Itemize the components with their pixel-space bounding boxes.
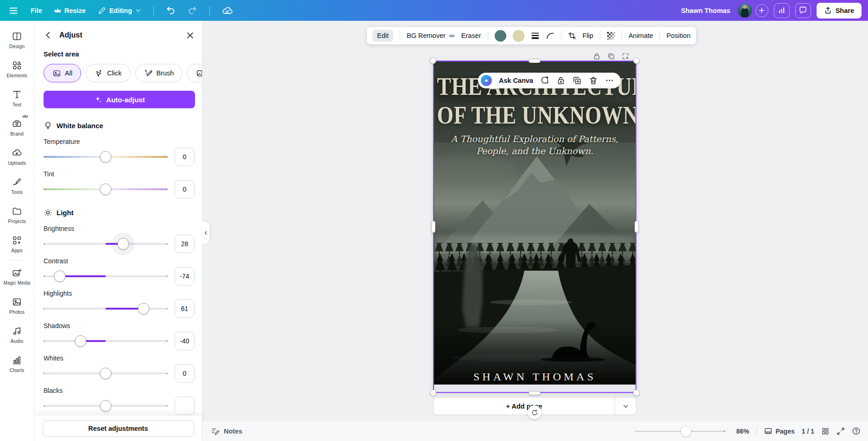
image-arrow-icon: [196, 69, 202, 78]
sidebar-item-elements[interactable]: Elements: [2, 55, 32, 84]
highlights-value[interactable]: 61: [175, 299, 195, 318]
animate-button[interactable]: Animate: [629, 32, 653, 39]
hamburger-menu-button[interactable]: [8, 6, 19, 16]
close-panel-button[interactable]: [186, 31, 195, 40]
sidebar-item-photos[interactable]: Photos: [2, 291, 32, 320]
position-button[interactable]: Position: [667, 32, 691, 39]
lock-icon[interactable]: [556, 76, 566, 85]
page-1[interactable]: THE ARCHITECTURE OF THE UNKNOWN A Though…: [433, 61, 636, 393]
undo-button[interactable]: [166, 6, 176, 15]
mode-click-button[interactable]: Click: [86, 64, 130, 82]
temperature-slider[interactable]: [44, 156, 168, 158]
editing-mode-dropdown[interactable]: Editing: [98, 6, 141, 15]
more-options-icon[interactable]: [605, 76, 614, 85]
grid-view-button[interactable]: [821, 427, 830, 435]
blacks-value[interactable]: [175, 397, 195, 415]
sidebar-item-magic-media[interactable]: Magic Media: [2, 262, 32, 291]
cover-photo[interactable]: THE ARCHITECTURE OF THE UNKNOWN A Though…: [434, 62, 635, 385]
zoom-level[interactable]: 86%: [736, 428, 749, 435]
tint-value[interactable]: 0: [175, 180, 195, 199]
avatar[interactable]: [738, 4, 752, 18]
lock-icon[interactable]: [593, 52, 601, 60]
resize-handle-bottom[interactable]: [528, 391, 541, 395]
zoom-slider[interactable]: [635, 431, 725, 432]
sidebar-item-design[interactable]: Design: [2, 25, 32, 55]
comment-add-icon[interactable]: [540, 76, 549, 85]
shadows-slider[interactable]: [44, 340, 168, 342]
sidebar-item-tools[interactable]: Tools: [2, 171, 32, 200]
resize-button[interactable]: Resize: [54, 7, 86, 14]
temperature-label: Temperature: [44, 138, 195, 146]
rotate-icon: [531, 409, 538, 416]
reset-adjustments-button[interactable]: Reset adjustments: [43, 420, 194, 437]
canvas-area[interactable]: Edit BG Remover Eraser Flip: [202, 21, 868, 421]
sidebar-item-uploads[interactable]: Uploads: [2, 142, 32, 171]
contrast-value[interactable]: -74: [175, 267, 195, 286]
sidebar-item-charts[interactable]: Charts: [2, 349, 32, 379]
crop-button[interactable]: [568, 31, 576, 40]
shadows-value[interactable]: -40: [175, 332, 195, 350]
create-design-button[interactable]: [755, 4, 768, 17]
resize-handle-right[interactable]: [635, 221, 639, 233]
ask-canva-button[interactable]: Ask Canva: [499, 77, 533, 84]
audio-icon: [12, 326, 22, 336]
resize-handle-top-right[interactable]: [633, 57, 640, 64]
tint-slider-row: 0: [44, 183, 195, 195]
color-swatch-teal[interactable]: [495, 30, 506, 42]
sidebar-item-projects[interactable]: Projects: [2, 200, 32, 230]
tint-label: Tint: [44, 170, 195, 178]
add-frame-icon[interactable]: [622, 52, 629, 60]
eraser-button[interactable]: Eraser: [461, 32, 481, 39]
collapse-panel-button[interactable]: [202, 221, 210, 244]
line-weight-button[interactable]: [531, 32, 540, 39]
mode-more-button[interactable]: [187, 64, 202, 82]
duplicate-icon[interactable]: [607, 52, 615, 60]
add-page-dropdown[interactable]: [615, 398, 636, 415]
redo-button[interactable]: [188, 6, 197, 15]
flip-button[interactable]: Flip: [583, 32, 593, 39]
cloud-save-status[interactable]: [222, 5, 233, 16]
fullscreen-button[interactable]: [837, 427, 845, 435]
insights-button[interactable]: [774, 3, 790, 18]
edit-tab[interactable]: Edit: [372, 30, 393, 42]
comments-button[interactable]: [795, 3, 811, 18]
whites-slider[interactable]: [44, 373, 168, 374]
sidebar-item-apps[interactable]: Apps: [2, 230, 32, 259]
sidebar-item-audio[interactable]: Audio: [2, 320, 32, 349]
trash-icon[interactable]: [589, 76, 598, 85]
blacks-slider[interactable]: [44, 405, 168, 407]
auto-adjust-button[interactable]: Auto-adjust: [44, 91, 195, 108]
brightness-slider[interactable]: [44, 243, 168, 245]
sidebar-item-brand[interactable]: Brand: [2, 113, 32, 142]
help-button[interactable]: [852, 427, 861, 435]
resize-handle-top-left[interactable]: [430, 57, 436, 64]
color-swatch-cream[interactable]: [513, 30, 524, 42]
resize-handle-top[interactable]: [528, 59, 541, 63]
sidebar-item-text[interactable]: Text: [2, 84, 32, 113]
brightness-value[interactable]: 28: [175, 235, 195, 253]
share-button[interactable]: Share: [817, 3, 862, 19]
resize-handle-bottom-left[interactable]: [430, 390, 436, 396]
temperature-value[interactable]: 0: [175, 148, 195, 166]
contrast-slider[interactable]: [44, 275, 168, 277]
tint-slider[interactable]: [44, 188, 168, 190]
bg-remover-button[interactable]: BG Remover: [407, 32, 455, 39]
curve-button[interactable]: [546, 32, 554, 39]
duplicate-add-icon[interactable]: [572, 76, 582, 85]
file-menu-button[interactable]: File: [31, 7, 42, 14]
mode-all-button[interactable]: All: [44, 64, 81, 82]
mode-brush-button[interactable]: Brush: [135, 64, 183, 82]
add-page-button[interactable]: + Add page: [434, 398, 615, 415]
back-arrow-icon[interactable]: [44, 31, 53, 40]
whites-value[interactable]: 0: [175, 364, 195, 383]
transparency-button[interactable]: [607, 31, 615, 40]
resize-handle-left[interactable]: [431, 221, 435, 233]
notes-button[interactable]: Notes: [211, 427, 242, 435]
highlights-slider[interactable]: [44, 308, 168, 310]
zoom-slider-handle[interactable]: [681, 426, 691, 436]
sidebar-divider: [10, 260, 24, 261]
pages-panel-button[interactable]: Pages: [764, 427, 795, 435]
resize-handle-bottom-right[interactable]: [633, 390, 640, 396]
pencil-icon: [98, 6, 106, 15]
rotate-handle[interactable]: [528, 405, 541, 419]
